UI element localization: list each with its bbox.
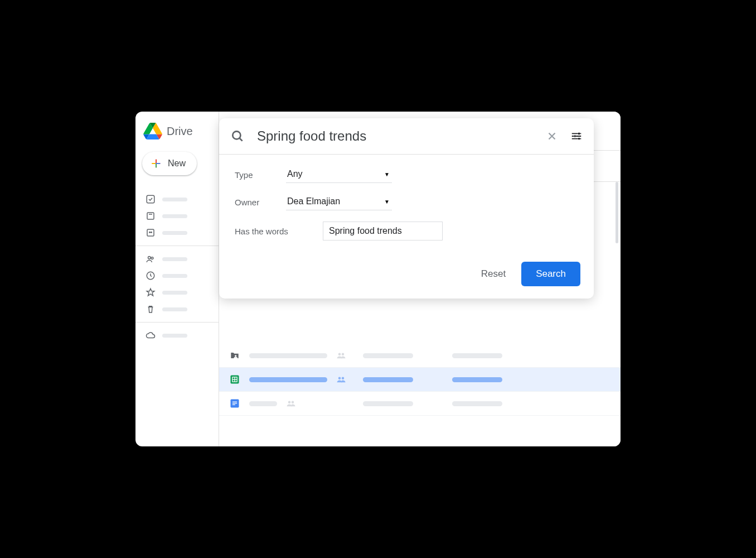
type-select-value: Any [287, 169, 303, 179]
file-list [219, 344, 621, 416]
file-row[interactable] [219, 368, 621, 392]
tune-icon[interactable] [570, 130, 583, 142]
star-icon [146, 287, 156, 297]
people-icon [336, 376, 346, 383]
svg-point-22 [338, 377, 341, 380]
svg-rect-26 [232, 403, 237, 403]
nav-group-2 [135, 246, 219, 322]
svg-rect-4 [156, 163, 157, 164]
svg-rect-6 [147, 213, 154, 219]
nav-placeholder [162, 291, 187, 295]
filter-row-words: Has the words [235, 222, 578, 240]
search-actions: Reset Search [219, 256, 594, 299]
advanced-search-panel: Type Any ▼ Owner Dea Elmajian ▼ Has the … [219, 118, 594, 299]
sidebar-item-trash[interactable] [135, 301, 219, 318]
svg-rect-25 [232, 402, 237, 402]
sidebar-item-shared-with-me[interactable] [135, 251, 219, 267]
dropdown-arrow-icon: ▼ [384, 199, 390, 205]
svg-point-29 [292, 401, 294, 404]
sheets-icon [229, 374, 240, 385]
svg-point-17 [235, 355, 236, 357]
owner-select[interactable]: Dea Elmajian ▼ [286, 194, 392, 210]
search-input[interactable] [257, 128, 534, 144]
cloud-icon [146, 330, 156, 340]
sidebar-item-storage[interactable] [135, 327, 219, 344]
svg-point-14 [578, 133, 580, 135]
file-meta-placeholder [452, 377, 502, 382]
reset-button[interactable]: Reset [481, 268, 506, 280]
svg-rect-27 [232, 405, 235, 405]
filter-row-owner: Owner Dea Elmajian ▼ [235, 194, 578, 210]
nav-group-3 [135, 322, 219, 348]
svg-rect-7 [147, 229, 154, 236]
file-meta-placeholder [363, 377, 413, 382]
file-meta-placeholder [363, 353, 413, 358]
app-name: Drive [167, 125, 193, 138]
svg-point-11 [151, 257, 153, 259]
sidebar-item-priority[interactable] [135, 191, 219, 208]
file-row[interactable] [219, 344, 621, 368]
file-meta-placeholder [452, 353, 502, 358]
folder-shared-icon [229, 350, 240, 361]
nav-placeholder [162, 334, 187, 338]
sidebar-item-shared-drives[interactable] [135, 224, 219, 241]
svg-point-9 [151, 232, 152, 233]
svg-point-15 [574, 135, 576, 137]
filter-label-type: Type [235, 170, 286, 180]
nav-placeholder [162, 274, 187, 278]
close-icon[interactable] [546, 130, 558, 142]
new-button-label: New [168, 158, 186, 169]
check-square-icon [146, 194, 156, 204]
svg-point-19 [342, 353, 345, 356]
logo-row: Drive [135, 121, 219, 150]
file-row[interactable] [219, 392, 621, 416]
search-button[interactable]: Search [521, 262, 580, 286]
trash-icon [146, 304, 156, 314]
owner-select-value: Dea Elmajian [287, 196, 340, 206]
file-meta-placeholder [363, 401, 413, 406]
nav-placeholder [162, 307, 187, 311]
file-name-placeholder [249, 353, 327, 358]
nav-placeholder [162, 214, 187, 218]
search-filters: Type Any ▼ Owner Dea Elmajian ▼ Has the … [219, 155, 594, 256]
type-select[interactable]: Any ▼ [286, 167, 392, 183]
sidebar-item-recent[interactable] [135, 267, 219, 284]
filter-row-type: Type Any ▼ [235, 167, 578, 183]
plus-icon [150, 157, 162, 170]
search-bar [219, 118, 594, 155]
drive-window: Drive New [135, 112, 621, 446]
people-icon [336, 352, 346, 359]
svg-rect-5 [147, 195, 154, 203]
file-name-placeholder [249, 377, 327, 382]
search-icon [230, 129, 245, 143]
svg-point-23 [342, 377, 345, 380]
nav-group-1 [135, 186, 219, 246]
svg-rect-2 [156, 164, 157, 167]
file-name-placeholder [249, 401, 277, 406]
svg-rect-3 [157, 163, 160, 164]
file-meta-placeholder [452, 401, 502, 406]
nav-placeholder [162, 257, 187, 261]
filter-label-words: Has the words [235, 227, 323, 236]
svg-point-8 [149, 232, 151, 233]
clock-icon [146, 271, 156, 281]
sidebar: Drive New [135, 112, 219, 446]
svg-point-13 [232, 131, 240, 139]
has-words-input[interactable] [323, 222, 443, 240]
people-icon [146, 254, 156, 264]
sidebar-item-my-drive[interactable] [135, 208, 219, 224]
nav-placeholder [162, 231, 187, 235]
nav-placeholder [162, 198, 187, 201]
svg-point-28 [288, 401, 291, 404]
main-area: Type Any ▼ Owner Dea Elmajian ▼ Has the … [219, 112, 621, 446]
docs-icon [229, 398, 240, 409]
svg-point-10 [148, 257, 151, 259]
sidebar-item-starred[interactable] [135, 284, 219, 301]
filter-label-owner: Owner [235, 198, 286, 207]
shared-drive-icon [146, 228, 156, 238]
new-button[interactable]: New [142, 152, 197, 175]
people-icon [286, 400, 296, 407]
scrollbar[interactable] [616, 182, 618, 243]
drive-logo-icon [143, 123, 162, 140]
svg-rect-0 [156, 160, 157, 163]
